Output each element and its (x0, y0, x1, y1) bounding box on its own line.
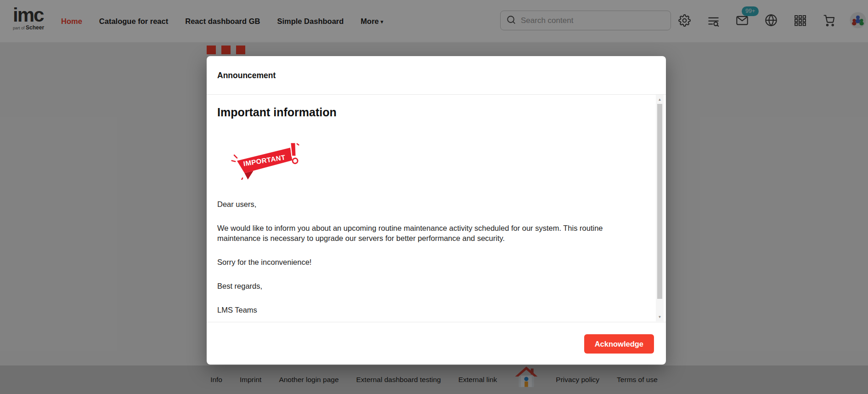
modal-title: Announcement (207, 56, 666, 95)
modal-content: Important information IMPORTANT (207, 95, 666, 322)
important-ribbon-image: IMPORTANT (231, 143, 300, 180)
announcement-paragraph: Dear users, (217, 199, 603, 209)
announcement-modal: Announcement Important information IMPOR… (207, 56, 666, 365)
scroll-up-arrow-icon[interactable]: ▲ (656, 96, 664, 103)
modal-scrollbar[interactable]: ▲ ▼ (656, 95, 664, 321)
announcement-paragraph: Best regards, (217, 281, 603, 291)
scroll-down-arrow-icon[interactable]: ▼ (656, 313, 664, 320)
announcement-paragraph: LMS Teams (217, 305, 603, 315)
acknowledge-button[interactable]: Acknowledge (584, 334, 654, 354)
announcement-paragraph: We would like to inform you about an upc… (217, 223, 603, 243)
scrollbar-thumb[interactable] (657, 104, 662, 299)
app-window: imc part of Scheer Home Catalogue for re… (0, 0, 868, 394)
announcement-paragraph: Sorry for the inconvenience! (217, 257, 603, 267)
announcement-heading: Important information (217, 106, 638, 119)
modal-footer: Acknowledge (207, 322, 666, 365)
